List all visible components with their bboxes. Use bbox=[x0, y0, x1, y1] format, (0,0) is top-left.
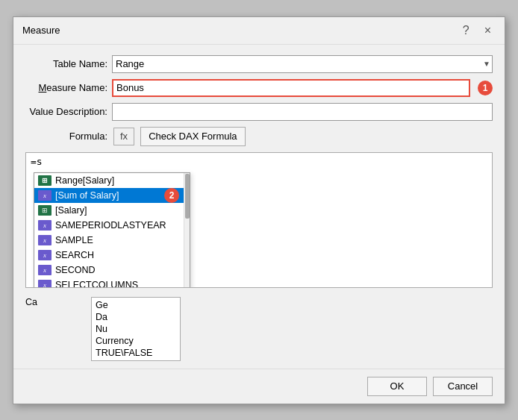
measure-dialog: Measure ? × Table Name: Range ▼ Measure … bbox=[13, 16, 505, 404]
formula-label: Formula: bbox=[25, 131, 107, 142]
title-bar-controls: ? × bbox=[458, 23, 496, 38]
bottom-section: Ca Ge Da Nu Currency TRUE\FALSE bbox=[25, 294, 493, 361]
autocomplete-item-7[interactable]: x SELECTCOLUMNS bbox=[34, 278, 190, 288]
fx-button[interactable]: fx bbox=[113, 128, 134, 145]
cat-item-0[interactable]: Ge bbox=[93, 299, 178, 311]
category-label: Ca bbox=[25, 297, 85, 307]
autocomplete-item-text-1: [Sum of Salary] bbox=[55, 190, 119, 201]
fx-icon-3: x bbox=[37, 219, 52, 231]
measure-name-label-text: Measure Name: bbox=[39, 82, 108, 93]
cat-item-2[interactable]: Nu bbox=[93, 323, 178, 335]
autocomplete-item-text-7: SELECTCOLUMNS bbox=[55, 280, 138, 288]
measure-name-row: Measure Name: 1 bbox=[25, 79, 493, 97]
cat-item-1[interactable]: Da bbox=[93, 311, 178, 323]
autocomplete-item-text-4: SAMPLE bbox=[55, 235, 93, 245]
fx-icon-6: x bbox=[37, 264, 52, 276]
autocomplete-item-text-5: SEARCH bbox=[55, 250, 94, 260]
autocomplete-item-2[interactable]: ⊞ [Salary] bbox=[34, 203, 190, 218]
autocomplete-item-5[interactable]: x SEARCH bbox=[34, 248, 190, 263]
close-button[interactable]: × bbox=[480, 23, 496, 38]
scrollbar-thumb bbox=[185, 174, 190, 219]
table-name-label: Table Name: bbox=[25, 58, 107, 69]
fx-icon-1: x bbox=[37, 189, 52, 201]
table-name-row: Table Name: Range ▼ bbox=[25, 55, 493, 73]
autocomplete-item-0[interactable]: ⊞ Range[Salary] bbox=[34, 173, 190, 188]
dialog-title: Measure bbox=[22, 25, 60, 36]
autocomplete-dropdown: ⊞ Range[Salary] x [Sum of Salary] 2 ⊞ [S… bbox=[34, 172, 190, 288]
scrollbar[interactable] bbox=[184, 173, 190, 288]
autocomplete-item-text-3: SAMEPERIODLASTYEAR bbox=[55, 220, 166, 231]
autocomplete-item-1[interactable]: x [Sum of Salary] 2 bbox=[34, 188, 190, 203]
autocomplete-item-text-2: [Salary] bbox=[55, 205, 87, 216]
autocomplete-item-text-0: Range[Salary] bbox=[55, 175, 114, 186]
cat-item-4[interactable]: TRUE\FALSE bbox=[93, 347, 178, 359]
autocomplete-item-3[interactable]: x SAMEPERIODLASTYEAR bbox=[34, 218, 190, 233]
bracket-icon-2: ⊞ bbox=[37, 204, 52, 216]
fx-icon-7: x bbox=[37, 279, 52, 288]
dialog-footer: OK Cancel bbox=[13, 369, 505, 404]
cancel-button[interactable]: Cancel bbox=[433, 377, 493, 396]
measure-name-label: Measure Name: bbox=[25, 82, 107, 93]
help-button[interactable]: ? bbox=[458, 23, 474, 38]
title-bar: Measure ? × bbox=[13, 17, 505, 45]
badge-2: 2 bbox=[164, 188, 179, 203]
autocomplete-item-6[interactable]: x SECOND bbox=[34, 263, 190, 278]
autocomplete-item-text-6: SECOND bbox=[55, 265, 95, 275]
measure-name-input[interactable] bbox=[112, 79, 470, 97]
fx-icon-5: x bbox=[37, 249, 52, 261]
value-desc-label: Value Description: bbox=[25, 106, 107, 117]
table-icon-0: ⊞ bbox=[37, 175, 52, 187]
table-name-select-wrapper: Range ▼ bbox=[112, 55, 493, 73]
fx-icon-4: x bbox=[37, 234, 52, 246]
formula-text: =s bbox=[31, 156, 487, 167]
category-section: Ca Ge Da Nu Currency TRUE\FALSE bbox=[25, 297, 493, 361]
value-desc-row: Value Description: bbox=[25, 103, 493, 121]
autocomplete-item-4[interactable]: x SAMPLE bbox=[34, 233, 190, 248]
formula-area[interactable]: =s ⊞ Range[Salary] x [Sum of Salary] 2 bbox=[25, 152, 493, 288]
ok-button[interactable]: OK bbox=[367, 377, 427, 396]
table-name-select[interactable]: Range bbox=[112, 55, 493, 73]
cat-item-3[interactable]: Currency bbox=[93, 335, 178, 347]
formula-row: Formula: fx Check DAX Formula bbox=[25, 127, 493, 146]
value-desc-input[interactable] bbox=[112, 103, 493, 121]
dialog-body: Table Name: Range ▼ Measure Name: 1 Valu… bbox=[13, 45, 505, 369]
check-dax-button[interactable]: Check DAX Formula bbox=[140, 127, 245, 146]
category-list[interactable]: Ge Da Nu Currency TRUE\FALSE bbox=[91, 297, 181, 361]
badge-1: 1 bbox=[478, 81, 493, 95]
